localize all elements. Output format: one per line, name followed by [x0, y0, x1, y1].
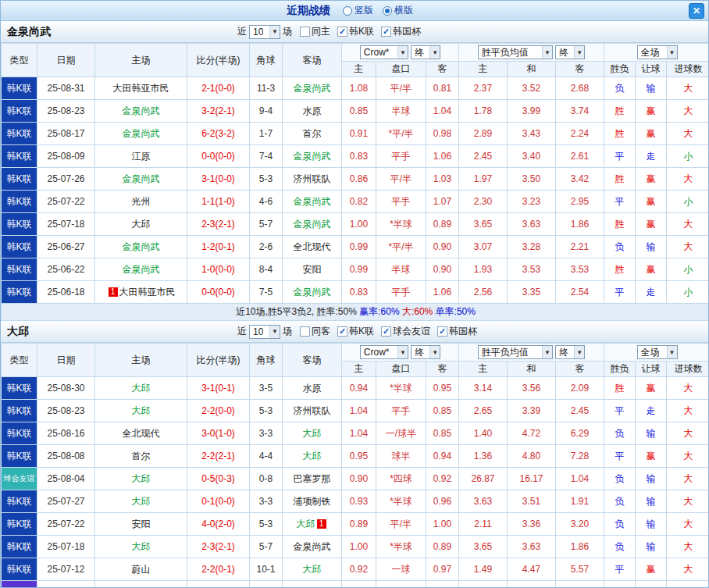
result-wdl: 负: [604, 422, 636, 445]
select-value: 终: [415, 46, 424, 59]
asian-home-odds: 1.03: [342, 581, 376, 588]
league-cell: 韩国杯: [2, 581, 37, 588]
asia-final-select[interactable]: 终▼: [411, 345, 440, 359]
close-button[interactable]: ✕: [689, 3, 704, 19]
odds-provider-select[interactable]: Crow*▼: [360, 45, 408, 59]
asian-odds-header: Crow*▼ 终▼: [342, 344, 459, 362]
asian-home-odds: 0.82: [342, 191, 376, 213]
asian-away-odds: 1.07: [426, 191, 459, 213]
filter-checkbox[interactable]: ✓: [437, 326, 447, 337]
asian-away-odds: 1.04: [426, 100, 459, 123]
match-row: 韩K联25-07-12蔚山2-2(0-1)10-1大邱0.92一球0.971.4…: [2, 558, 709, 581]
asian-home-odds: 0.99: [342, 258, 376, 281]
asian-away-odds: 0.81: [426, 77, 459, 100]
asian-away-odds: 0.89: [426, 213, 459, 236]
match-row: 韩K联25-06-181大田韩亚市民0-0(0-0)7-5金泉尚武0.83平手1…: [2, 281, 709, 304]
checkbox-label: 同客: [312, 325, 330, 338]
wdl-average-select[interactable]: 胜平负均值▼: [478, 345, 553, 359]
checkbox-label: 球会友谊: [393, 325, 430, 338]
full-match-select[interactable]: 全场▼: [637, 45, 678, 59]
corner-cell: 5-7: [250, 536, 283, 558]
home-team-cell: 蔚山: [95, 558, 187, 581]
wdl-average-select[interactable]: 胜平负均值▼: [478, 45, 553, 59]
away-team-cell: 全北现代: [283, 236, 342, 258]
layout-radio-vertical[interactable]: 竖版: [343, 4, 373, 17]
away-team-cell: 巴塞罗那: [283, 468, 342, 490]
result-wdl: 负: [604, 236, 636, 258]
match-row: 韩K联25-08-17金泉尚武6-2(3-2)1-7首尔0.91*平/半0.98…: [2, 123, 709, 145]
asian-home-odds: 0.89: [342, 513, 376, 536]
filter-checkbox[interactable]: ✓: [381, 326, 391, 337]
match-row: 韩K联25-06-22金泉尚武1-0(0-0)8-4安阳0.99半球0.901.…: [2, 258, 709, 281]
league-cell: 韩K联: [2, 123, 37, 145]
away-team-cell: 济州联队: [283, 168, 342, 191]
result-handicap: 输: [636, 536, 667, 558]
filter-checkbox[interactable]: ✓: [337, 27, 347, 37]
score-cell: 2-2(0-1): [187, 558, 250, 581]
filter-checkbox[interactable]: [300, 27, 310, 37]
euro-away-odds: 1.91: [556, 490, 604, 513]
asian-odds-header: Crow*▼ 终▼: [342, 44, 459, 62]
select-value: 终: [559, 346, 568, 359]
date-cell: 25-07-18: [37, 536, 95, 558]
odds-provider-select[interactable]: Crow*▼: [360, 345, 408, 359]
asia-final-select[interactable]: 终▼: [411, 45, 440, 59]
home-team-cell: 安阳: [95, 513, 187, 536]
layout-radio-horizontal[interactable]: 横版: [383, 4, 413, 17]
dropdown-arrow-icon: ▼: [269, 326, 280, 338]
team-name-text: 安阳: [132, 519, 151, 529]
date-cell: 25-08-30: [37, 377, 95, 400]
asian-handicap: 球半: [376, 445, 426, 468]
corner-cell: 7-5: [250, 281, 283, 304]
result-goals: 大: [667, 100, 709, 123]
result-goals: 大: [667, 490, 709, 513]
asian-away-odds: 1.06: [426, 145, 459, 168]
result-goals: 大: [667, 123, 709, 145]
asian-away-odds: 0.92: [426, 468, 459, 490]
asian-handicap: 半球: [376, 100, 426, 123]
dropdown-arrow-icon: ▼: [429, 46, 440, 59]
column-header: 客场: [283, 344, 342, 377]
date-cell: 25-07-22: [37, 513, 95, 536]
match-row: 韩K联25-07-18大邱2-3(2-1)5-7金泉尚武1.00*半球0.893…: [2, 213, 709, 236]
europe-final-select[interactable]: 终▼: [555, 345, 585, 359]
asian-away-odds: 0.85: [426, 400, 459, 422]
euro-home-odds: 2.45: [459, 145, 508, 168]
asian-home-odds: 0.93: [342, 490, 376, 513]
date-cell: 25-07-12: [37, 558, 95, 581]
result-goals: 大: [667, 513, 709, 536]
team-name-text: 济州联队: [294, 405, 331, 416]
asian-handicap: *四球: [376, 468, 426, 490]
asian-handicap: 平手: [376, 281, 426, 304]
column-header: 主: [342, 62, 376, 77]
result-handicap: 赢: [636, 377, 667, 400]
column-header: 角球: [250, 344, 283, 377]
date-cell: 25-06-18: [37, 281, 95, 304]
team-name-text: 安阳: [303, 264, 322, 275]
full-match-select[interactable]: 全场▼: [637, 345, 678, 359]
team-name-text: 江原: [132, 151, 151, 162]
asian-handicap: 平/半: [376, 168, 426, 191]
euro-home-odds: 3.65: [459, 213, 508, 236]
result-handicap: 赢: [636, 123, 667, 145]
column-header: 主: [342, 362, 376, 377]
filter-checkbox[interactable]: ✓: [381, 27, 391, 37]
result-goals: 大: [667, 236, 709, 258]
filter-checkbox[interactable]: ✓: [337, 326, 347, 337]
euro-home-odds: 2.89: [459, 123, 508, 145]
europe-final-select[interactable]: 终▼: [555, 45, 585, 59]
team-name: 金泉尚武: [1, 25, 51, 39]
team-name-text: 金泉尚武: [123, 264, 160, 275]
team-name-text: 金泉尚武: [294, 219, 331, 230]
recent-count-select[interactable]: 10▼: [249, 325, 280, 339]
filter-checkbox[interactable]: [300, 326, 310, 337]
score-cell: 0-0(0-0): [187, 281, 250, 304]
column-header: 角球: [250, 44, 283, 77]
away-team-cell: 金泉尚武: [283, 281, 342, 304]
away-team-cell: 金泉尚武: [283, 77, 342, 100]
checkbox-label: 韩K联: [349, 25, 374, 38]
result-header: 全场▼: [604, 44, 709, 62]
home-team-cell: 大田韩亚市民: [95, 77, 187, 100]
asian-away-odds: 0.97: [426, 558, 459, 581]
recent-count-select[interactable]: 10▼: [249, 25, 280, 39]
